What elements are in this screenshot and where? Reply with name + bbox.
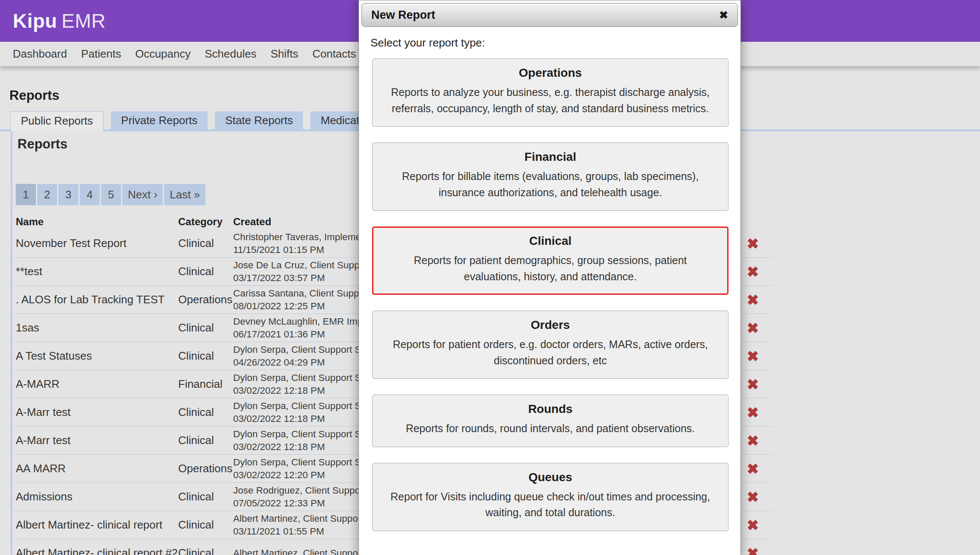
close-icon[interactable]: ✖ — [719, 10, 728, 20]
panel-title: Reports — [17, 137, 67, 152]
report-created-by: Carissa Santana, Client Support — [233, 287, 370, 300]
report-type-description: Reports to analyze your business, e.g. t… — [384, 84, 717, 116]
report-name[interactable]: **test — [16, 258, 42, 285]
report-created-at: 03/02/2022 12:18 PM — [233, 441, 376, 453]
delete-icon[interactable]: ✖ — [742, 462, 764, 476]
report-created-by: Jose Rodriguez, Client Support S — [233, 484, 375, 497]
delete-icon[interactable]: ✖ — [742, 405, 764, 420]
column-header-name: Name — [16, 216, 43, 228]
report-type-name: Rounds — [380, 402, 720, 416]
delete-icon[interactable]: ✖ — [742, 377, 764, 392]
modal-header: New Report ✖ — [361, 3, 738, 27]
report-name[interactable]: . ALOS for Lab Tracking TEST — [16, 286, 165, 314]
pagination-5[interactable]: 5 — [101, 184, 121, 205]
report-type-card-financial[interactable]: Financial Reports for billable items (ev… — [372, 142, 728, 211]
pagination-next[interactable]: Next › — [122, 184, 163, 205]
report-name[interactable]: AA MARR — [16, 455, 66, 482]
delete-icon[interactable]: ✖ — [742, 264, 764, 279]
report-created: Jose Rodriguez, Client Support S 07/05/2… — [233, 484, 375, 510]
delete-icon[interactable]: ✖ — [742, 546, 764, 555]
pagination-1[interactable]: 1 — [16, 184, 36, 205]
report-name[interactable]: A-MARR — [16, 370, 60, 398]
new-report-modal: New Report ✖ Select your report type: Op… — [358, 0, 741, 555]
report-created-by: Dylon Serpa, Client Support Spec — [233, 456, 376, 469]
report-created: Devney McLaughlin, EMR Implen 06/17/2021… — [233, 315, 376, 341]
report-name[interactable]: Admissions — [16, 483, 72, 511]
brand-light: EMR — [61, 9, 106, 32]
report-type-name: Queues — [380, 471, 720, 484]
report-type-description: Reports for patient orders, e.g. doctor … — [384, 337, 717, 369]
report-created: Albert Martinez, Client Support S 03/11/… — [233, 512, 373, 538]
pagination-last[interactable]: Last » — [164, 184, 205, 205]
report-category: Operations — [178, 455, 232, 482]
report-name[interactable]: A Test Statuses — [16, 342, 92, 370]
report-created-at: 06/17/2021 01:36 PM — [233, 328, 376, 341]
report-category: Clinical — [178, 539, 214, 555]
delete-icon[interactable]: ✖ — [742, 433, 764, 448]
report-name[interactable]: 1sas — [16, 314, 39, 342]
report-type-name: Orders — [380, 318, 720, 332]
delete-icon[interactable]: ✖ — [742, 321, 764, 335]
report-type-name: Clinical — [380, 234, 720, 248]
report-created: Dylon Serpa, Client Support Spec 04/26/2… — [233, 343, 376, 369]
pagination-4[interactable]: 4 — [80, 184, 100, 205]
nav-item-patients[interactable]: Patients — [81, 47, 121, 61]
delete-icon[interactable]: ✖ — [742, 293, 764, 307]
report-category: Financial — [178, 370, 223, 398]
nav-item-contacts[interactable]: Contacts — [312, 47, 356, 61]
report-created-by: Dylon Serpa, Client Support Spec — [233, 372, 376, 384]
report-category: Clinical — [178, 258, 214, 285]
tab-state-reports[interactable]: State Reports — [215, 111, 303, 129]
report-created: Dylon Serpa, Client Support Spec 03/02/2… — [233, 372, 376, 397]
report-type-card-operations[interactable]: Operations Reports to analyze your busin… — [372, 58, 728, 127]
report-category: Clinical — [178, 314, 214, 342]
pagination: 12345Next ›Last » — [16, 184, 205, 205]
report-created: Albert Martinez, Client Support S — [233, 547, 373, 555]
report-created-at: 08/01/2022 12:25 PM — [233, 300, 370, 313]
report-type-card-rounds[interactable]: Rounds Reports for rounds, round interva… — [372, 395, 728, 447]
report-created: Dylon Serpa, Client Support Spec 03/02/2… — [233, 428, 376, 453]
nav-item-shifts[interactable]: Shifts — [271, 47, 298, 61]
report-type-description: Reports for patient demographics, group … — [384, 253, 717, 285]
report-type-card-queues[interactable]: Queues Report for Visits including queue… — [372, 463, 728, 531]
report-created-at: 07/05/2022 12:33 PM — [233, 497, 375, 510]
nav-item-dashboard[interactable]: Dashboard — [13, 47, 67, 61]
report-name[interactable]: Albert Martinez- clinical report — [16, 511, 162, 539]
report-created-at: 04/26/2022 04:29 PM — [233, 356, 376, 369]
report-created-by: Christopher Taveras, Implementa — [233, 231, 374, 244]
report-created: Christopher Taveras, Implementa 11/15/20… — [233, 231, 374, 256]
report-created-by: Dylon Serpa, Client Support Spec — [233, 343, 376, 356]
report-created: Carissa Santana, Client Support 08/01/20… — [233, 287, 370, 313]
report-created: Jose De La Cruz, Client Support S 03/17/… — [233, 259, 380, 285]
report-type-name: Operations — [380, 66, 720, 80]
report-type-description: Reports for billable items (evaluations,… — [384, 169, 717, 200]
tab-public-reports[interactable]: Public Reports — [10, 111, 104, 131]
column-header-created: Created — [233, 216, 271, 228]
pagination-3[interactable]: 3 — [58, 184, 78, 205]
report-created-by: Dylon Serpa, Client Support Spec — [233, 428, 376, 441]
report-created-by: Devney McLaughlin, EMR Implen — [233, 315, 376, 328]
report-name[interactable]: A-Marr test — [16, 427, 71, 454]
nav-item-occupancy[interactable]: Occupancy — [135, 47, 191, 61]
report-name[interactable]: November Test Report — [16, 230, 127, 257]
tab-private-reports[interactable]: Private Reports — [111, 111, 208, 129]
delete-icon[interactable]: ✖ — [742, 349, 764, 363]
report-type-description: Report for Visits including queue check … — [384, 489, 717, 521]
pagination-2[interactable]: 2 — [37, 184, 57, 205]
delete-icon[interactable]: ✖ — [742, 490, 764, 504]
report-type-card-clinical[interactable]: Clinical Reports for patient demographic… — [372, 227, 728, 295]
report-type-card-orders[interactable]: Orders Reports for patient orders, e.g. … — [372, 311, 728, 379]
report-created-by: Dylon Serpa, Client Support Spec — [233, 400, 376, 413]
report-name[interactable]: A-Marr test — [16, 398, 71, 426]
delete-icon[interactable]: ✖ — [742, 518, 764, 532]
nav-item-schedules[interactable]: Schedules — [205, 47, 256, 61]
report-type-list: Operations Reports to analyze your busin… — [372, 58, 728, 531]
page-title: Reports — [9, 88, 59, 103]
report-created-at: 11/15/2021 01:15 PM — [233, 244, 374, 256]
report-created-at: 03/02/2022 12:18 PM — [233, 413, 376, 425]
column-header-category: Category — [178, 216, 223, 228]
report-name[interactable]: Albert Martinez- clinical report #2 — [16, 539, 178, 555]
brand-bold: Kipu — [13, 9, 57, 32]
app-root: Kipu EMR DashboardPatientsOccupancySched… — [0, 0, 980, 555]
delete-icon[interactable]: ✖ — [742, 236, 764, 251]
